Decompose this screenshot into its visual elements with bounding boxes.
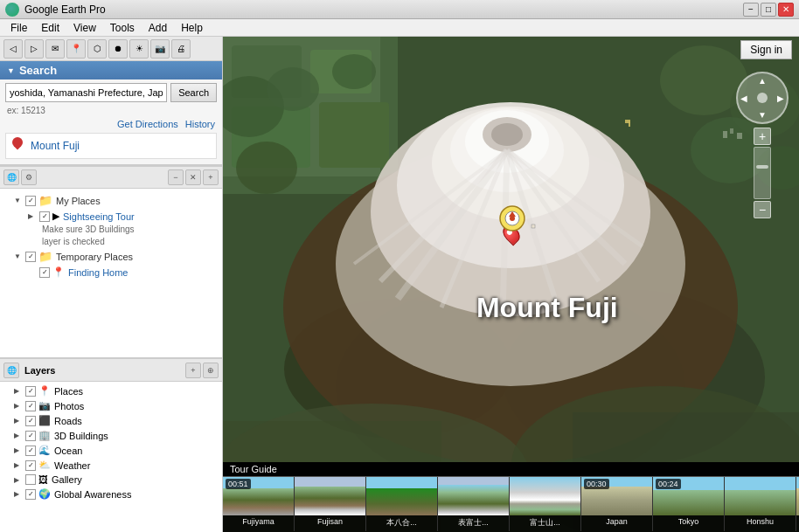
layer-gallery[interactable]: ▶ 🖼 Gallery [0,473,222,487]
zoom-out-btn[interactable]: − [754,201,771,218]
toolbar-add-polygon[interactable]: ⬡ [87,39,107,59]
layer-roads-icon: ⬛ [38,415,51,426]
menu-tools[interactable]: Tools [103,20,142,36]
tour-time-7: 00:24 [656,479,681,489]
myplaces-checkbox[interactable] [25,196,36,206]
maximize-button[interactable]: □ [761,3,776,17]
layer-gallery-label: Gallery [52,474,82,485]
tour-guide-header: Tour Guide [223,462,799,477]
nav-left[interactable]: ◀ [740,93,747,103]
layer-gallery-arrow: ▶ [14,476,23,484]
get-directions-link[interactable]: Get Directions [117,119,178,129]
places-item-sightseeing[interactable]: ▶ ▶ Sightseeing Tour [0,209,222,224]
layer-places-label: Places [54,386,83,397]
layers-tree: ▶ 📍 Places ▶ 📷 Photos ▶ ⬛ Roads [0,382,222,532]
tour-waypoint[interactable] [498,204,526,235]
layer-roads-check[interactable] [25,416,36,426]
places-toolbar: 🌐 ⚙ − ✕ + [0,166,222,189]
search-result-item[interactable]: Mount Fuji [5,133,217,159]
zoom-slider[interactable] [754,147,771,199]
tour-thumb-tokyo[interactable]: 00:24 Tokyo [653,477,725,531]
close-button[interactable]: ✕ [778,3,794,17]
places-item-findinghome[interactable]: 📍 Finding Home [0,265,222,280]
layer-photos-arrow: ▶ [14,402,23,410]
layer-photos-check[interactable] [25,401,36,411]
layers-add-btn[interactable]: + [185,363,201,378]
toolbar-email[interactable]: ✉ [45,39,65,59]
toolbar-back[interactable]: ◁ [3,39,23,59]
map-area[interactable]: Sign in Mount Fuji ▲ ▼ ◀ [223,37,799,532]
menu-file[interactable]: File [3,20,34,36]
places-item-temporary[interactable]: ▼ 📁 Temporary Places [0,248,222,265]
toolbar-sun[interactable]: ☀ [129,39,149,59]
layer-3d-arrow: ▶ [14,432,23,439]
tour-guide-panel: Tour Guide 00:51 Fujiyama Fujisan 本八合. [223,462,799,532]
layer-gallery-check[interactable] [25,474,36,485]
tour-time-6: 00:30 [584,479,609,489]
layer-weather-check[interactable] [25,460,36,471]
places-collapse-btn[interactable]: − [168,169,184,185]
places-panel: 🌐 ⚙ − ✕ + ▼ 📁 My Places [0,166,222,357]
menu-edit[interactable]: Edit [34,20,66,36]
svg-rect-39 [532,225,535,228]
places-add-btn[interactable]: + [203,169,219,185]
tour-thumb-fujisan[interactable]: Fujisan [295,477,366,531]
layer-places-check[interactable] [25,386,36,397]
findinghome-checkbox[interactable] [39,267,50,278]
svg-rect-38 [629,121,630,127]
tour-thumb-honhachi[interactable]: 本八合... [366,477,438,531]
places-item-myplaces[interactable]: ▼ 📁 My Places [0,192,222,209]
tour-thumb-fujisan2[interactable]: 富士山... [510,477,581,531]
nav-down[interactable]: ▼ [758,110,767,120]
toolbar-print[interactable]: 🖨 [171,39,191,59]
places-close-btn[interactable]: ✕ [185,169,201,185]
search-input[interactable]: yoshida, Yamanashi Prefecture, Japan [5,83,167,102]
zoom-in-btn[interactable]: + [754,128,771,145]
sightseeing-label[interactable]: Sightseeing Tour [63,211,135,222]
layer-photos[interactable]: ▶ 📷 Photos [0,398,222,413]
layer-3d-check[interactable] [25,431,36,441]
title-bar: Google Earth Pro − □ ✕ [0,0,799,19]
layer-weather[interactable]: ▶ ⛅ Weather [0,458,222,473]
nav-up[interactable]: ▲ [758,76,767,86]
navigation-controls: ▲ ▼ ◀ ▶ + − [736,72,789,218]
tour-thumb-japan[interactable]: 00:30 Japan [581,477,653,531]
layer-3dbuildings[interactable]: ▶ 🏢 3D Buildings [0,428,222,443]
nav-center[interactable] [757,93,768,103]
tour-label-4: 表富士... [438,515,509,529]
toolbar-forward[interactable]: ▷ [24,39,44,59]
tour-thumb-fujiyama[interactable]: 00:51 Fujiyama [223,477,295,531]
menu-view[interactable]: View [66,20,103,36]
search-header[interactable]: Search [0,61,222,79]
temporary-checkbox[interactable] [25,252,36,262]
sightseeing-checkbox[interactable] [39,211,50,222]
tour-thumb-honshu[interactable]: Honshu [725,477,796,531]
search-button[interactable]: Search [170,83,217,102]
toolbar-camera[interactable]: 📷 [150,39,170,59]
toolbar-record[interactable]: ⏺ [108,39,128,59]
tour-label-2: Fujisan [295,515,365,526]
sign-in-button[interactable]: Sign in [740,40,792,59]
places-settings-btn[interactable]: ⚙ [21,169,37,185]
sidebar: ◁ ▷ ✉ 📍 ⬡ ⏺ ☀ 📷 🖨 Search yoshida, Yamana… [0,37,223,532]
layer-global-check[interactable] [25,489,36,500]
findinghome-label[interactable]: Finding Home [68,267,128,278]
tour-label-3: 本八合... [366,515,437,529]
layers-globe-icon: 🌐 [3,363,19,378]
layer-ocean-check[interactable] [25,446,36,456]
minimize-button[interactable]: − [743,3,759,17]
layer-places[interactable]: ▶ 📍 Places [0,383,222,398]
layer-weather-label: Weather [54,460,90,471]
myplaces-arrow: ▼ [14,197,23,204]
tour-thumb-fuji3[interactable]: 表富士... [438,477,510,531]
nav-right[interactable]: ▶ [777,93,784,103]
menu-help[interactable]: Help [174,20,210,36]
history-link[interactable]: History [185,119,215,129]
layer-roads[interactable]: ▶ ⬛ Roads [0,413,222,428]
layer-ocean[interactable]: ▶ 🌊 Ocean [0,443,222,458]
layer-global[interactable]: ▶ 🌍 Global Awareness [0,487,222,501]
layers-settings-btn[interactable]: ⊕ [203,363,219,378]
layer-ocean-arrow: ▶ [14,446,23,454]
toolbar-add-placemark[interactable]: 📍 [66,39,86,59]
menu-add[interactable]: Add [142,20,174,36]
